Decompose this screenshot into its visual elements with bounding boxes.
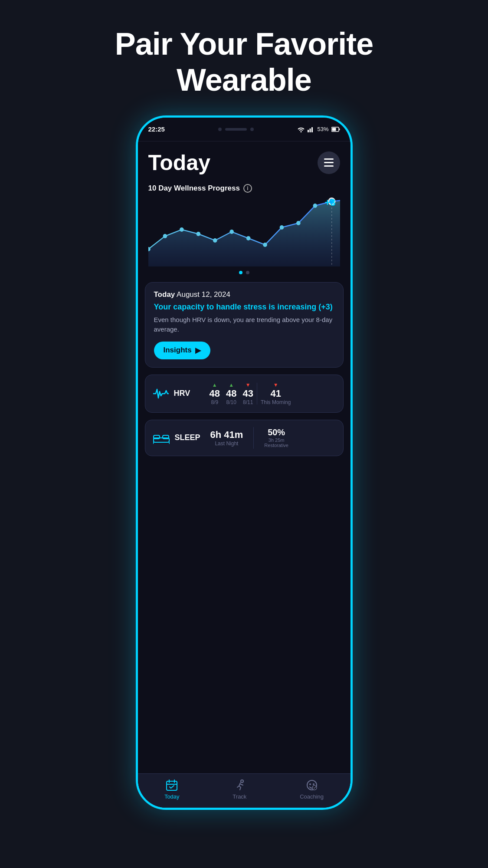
menu-line-3: [324, 165, 334, 167]
calendar-check-icon: [166, 779, 178, 791]
status-icons: 53%: [297, 126, 340, 132]
volume-button-1: [136, 187, 137, 204]
svg-point-14: [263, 243, 267, 247]
battery-icon: [331, 127, 340, 132]
hrv-day-1: ▲ 48 8/9: [210, 382, 220, 405]
nav-today-label: Today: [164, 793, 180, 800]
svg-point-12: [229, 230, 234, 234]
page-title: Pair Your FavoriteWearable: [115, 26, 373, 98]
hrv-num-3: 43: [242, 388, 253, 399]
hrv-day-2: ▲ 48 8/10: [226, 382, 236, 405]
nav-today[interactable]: Today: [164, 779, 180, 800]
svg-rect-1: [310, 128, 311, 132]
svg-point-32: [313, 783, 314, 785]
sleep-label: SLEEP: [175, 433, 205, 442]
wellness-card: Today August 12, 2024 Your capacity to h…: [145, 282, 344, 368]
nav-coaching[interactable]: Coaching: [300, 779, 324, 800]
camera-dot: [218, 128, 222, 131]
sleep-restorative: 50% 3h 25m Restorative: [264, 427, 288, 448]
chart-label: 10 Day Wellness Progress i: [148, 184, 340, 193]
dot-1: [239, 271, 242, 274]
hrv-sub-2: 8/10: [226, 399, 236, 405]
battery-text: 53%: [317, 126, 328, 132]
sleep-duration: 6h 41m Last Night: [210, 429, 243, 447]
info-icon[interactable]: i: [243, 184, 252, 193]
sleep-pct: 50%: [268, 427, 285, 437]
dot-2: [246, 271, 249, 274]
chart-container: +3: [148, 197, 340, 266]
svg-line-23: [153, 442, 154, 444]
card-description: Even though HRV is down, you are trendin…: [154, 315, 334, 335]
carousel-dots: [138, 271, 350, 274]
app-content: Today 10 Day Wellness Progress i +3: [138, 141, 350, 808]
camera-dot-2: [250, 128, 254, 131]
svg-rect-25: [167, 781, 177, 790]
chart-section: 10 Day Wellness Progress i +3: [138, 180, 350, 266]
sleep-pct-sub1: 3h 25m: [269, 437, 285, 443]
nav-coaching-label: Coaching: [300, 793, 324, 800]
menu-line-1: [324, 158, 334, 160]
svg-line-24: [169, 442, 170, 444]
svg-rect-0: [308, 130, 309, 132]
hrv-today: ▼ 41 This Morning: [261, 382, 291, 405]
sleep-icon: [153, 432, 170, 444]
sleep-time-sub: Last Night: [215, 441, 238, 447]
hrv-history: ▲ 48 8/9 ▲ 48 8/10 ▼ 43 8/11: [210, 382, 253, 405]
speaker: [225, 128, 247, 131]
sleep-pct-sub2: Restorative: [264, 443, 288, 448]
svg-point-29: [241, 780, 243, 783]
svg-rect-4: [339, 128, 340, 130]
volume-button-2: [136, 213, 137, 239]
chart-badge: +3: [324, 197, 335, 208]
signal-icon: [308, 126, 314, 132]
hrv-arrow-2: ▲: [229, 382, 234, 388]
menu-line-2: [324, 162, 334, 163]
svg-point-10: [196, 232, 200, 236]
hrv-num-1: 48: [210, 388, 220, 399]
bottom-nav: Today Track: [138, 773, 350, 808]
hrv-arrow-1: ▲: [212, 382, 217, 388]
card-highlight: Your capacity to handle stress is increa…: [154, 302, 334, 312]
hrv-values: ▲ 48 8/9 ▲ 48 8/10 ▼ 43 8/11: [210, 382, 335, 405]
camera-area: [218, 128, 254, 131]
hrv-num-2: 48: [226, 388, 236, 399]
svg-point-11: [213, 238, 217, 243]
app-header: Today: [138, 141, 350, 180]
sleep-divider: [253, 427, 254, 449]
status-bar: 22:25 53%: [138, 118, 350, 141]
wellness-chart: [148, 197, 340, 266]
hrv-today-arrow: ▼: [273, 382, 278, 388]
svg-point-16: [296, 221, 301, 225]
sleep-card: SLEEP 6h 41m Last Night 50% 3h 25m Resto…: [145, 420, 344, 456]
hrv-icon: [153, 387, 169, 400]
hrv-divider: [257, 383, 257, 404]
insights-button[interactable]: Insights ▶: [154, 342, 210, 359]
run-icon: [233, 779, 246, 791]
svg-point-8: [163, 234, 167, 238]
coaching-icon: [306, 779, 318, 791]
menu-button[interactable]: [318, 151, 340, 174]
hrv-day-3: ▼ 43 8/11: [242, 382, 253, 405]
hrv-today-label: This Morning: [261, 399, 291, 405]
status-time: 22:25: [148, 125, 165, 133]
hrv-today-num: 41: [270, 388, 281, 399]
play-icon: ▶: [195, 346, 201, 355]
nav-track[interactable]: Track: [233, 779, 246, 800]
svg-point-17: [313, 204, 317, 208]
power-button: [351, 204, 353, 230]
svg-point-15: [279, 225, 284, 230]
card-date: Today August 12, 2024: [154, 290, 334, 299]
hrv-label: HRV: [174, 389, 204, 398]
svg-point-31: [309, 783, 311, 785]
nav-track-label: Track: [233, 793, 246, 800]
hrv-sub-1: 8/9: [211, 399, 218, 405]
svg-point-9: [180, 227, 184, 232]
svg-point-13: [246, 236, 250, 240]
svg-rect-5: [332, 128, 336, 131]
sleep-values: 6h 41m Last Night 50% 3h 25m Restorative: [210, 427, 335, 449]
hrv-sub-3: 8/11: [243, 399, 253, 405]
sleep-time-value: 6h 41m: [210, 429, 243, 441]
app-title: Today: [148, 150, 211, 175]
wifi-icon: [297, 126, 305, 132]
hrv-card: HRV ▲ 48 8/9 ▲ 48 8/10 ▼ 43: [145, 375, 344, 413]
